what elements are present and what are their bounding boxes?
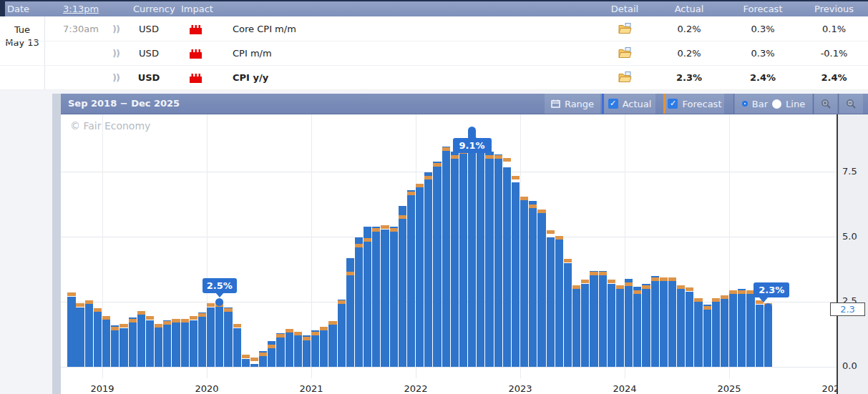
line-radio[interactable] [772, 99, 781, 109]
col-header-actual: Actual [664, 4, 714, 14]
event-title-link[interactable]: Core CPI m/m [233, 24, 296, 34]
actual-value: 0.2% [664, 24, 714, 34]
actual-checkbox[interactable]: ✓ [608, 99, 618, 109]
bar-radio-label[interactable]: Bar [752, 99, 768, 109]
chart-plot-area[interactable] [61, 114, 837, 394]
speaker-icon[interactable]: )) [112, 48, 120, 59]
forex-calendar-page: Date 3:13pm Currency Impact Detail Actua… [0, 0, 868, 394]
actual-value: 2.3% [664, 72, 714, 83]
chart-left-gutter [52, 94, 61, 394]
forecast-value: 0.3% [738, 24, 788, 34]
high-impact-icon [183, 49, 208, 61]
speaker-icon[interactable]: )) [112, 72, 120, 83]
detail-folder-icon[interactable] [607, 47, 643, 61]
y-tick-label: 7.5 [842, 166, 865, 177]
forecast-checkbox[interactable]: ✓ [668, 99, 678, 109]
calendar-body: Tue May 13 7:30am )) USD Core CPI m/m 0.… [0, 16, 868, 90]
current-value-label: 2.3 [840, 304, 855, 315]
divider [813, 94, 814, 114]
range-button[interactable]: Range [545, 94, 600, 114]
speaker-icon[interactable]: )) [112, 24, 120, 34]
zoom-in-icon [821, 99, 832, 109]
divider [733, 94, 734, 114]
currency-label: USD [133, 72, 165, 83]
event-row-cpi-yy[interactable]: )) USD CPI y/y 2.3% 2.4% 2.4% [0, 66, 868, 90]
forecast-toggle[interactable]: ✓ Forecast [665, 94, 724, 114]
previous-value: 0.1% [807, 24, 861, 34]
zoom-out-icon [846, 99, 857, 109]
current-time-link[interactable]: 3:13pm [63, 4, 99, 14]
actual-toggle[interactable]: ✓ Actual [604, 94, 655, 114]
col-header-impact: Impact [181, 4, 210, 14]
col-header-previous: Previous [807, 4, 861, 14]
col-header-currency: Currency [133, 4, 165, 14]
watermark: © Fair Economy [70, 120, 150, 132]
forecast-value: 2.4% [738, 72, 788, 83]
bar-radio[interactable] [742, 101, 748, 107]
window-edge [0, 0, 5, 18]
y-tick-label: 5.0 [842, 231, 865, 242]
detail-folder-icon[interactable] [607, 72, 643, 85]
range-label: Range [565, 99, 594, 109]
y-axis-margin [837, 114, 868, 394]
event-title-link[interactable]: CPI y/y [233, 72, 268, 83]
col-header-detail: Detail [607, 4, 643, 14]
y-axis-line [837, 114, 838, 394]
forecast-toggle-label: Forecast [682, 99, 721, 109]
currency-label: USD [133, 24, 165, 34]
col-header-date: Date [7, 4, 29, 14]
actual-toggle-label: Actual [623, 99, 652, 109]
high-impact-icon [183, 74, 208, 85]
divider [838, 94, 839, 114]
previous-value: -0.1% [807, 48, 861, 59]
high-impact-icon [183, 25, 208, 36]
detail-folder-icon[interactable] [607, 23, 643, 36]
current-value-chip: 2.3 [830, 302, 865, 316]
chart-toolbar: Sep 2018 − Dec 2025 Range ✓ Actual ✓ For… [61, 94, 868, 114]
event-title-link[interactable]: CPI m/m [233, 48, 272, 59]
zoom-out-button[interactable] [839, 94, 863, 114]
chart-type-toggle: Bar Line [735, 94, 812, 114]
line-radio-label[interactable]: Line [786, 99, 805, 109]
calendar-header-row: Date 3:13pm Currency Impact Detail Actua… [0, 0, 868, 16]
event-row-cpi-mm[interactable]: )) USD CPI m/m 0.2% 0.3% -0.1% [0, 41, 868, 66]
event-time: 7:30am [63, 24, 99, 34]
actual-value: 0.2% [664, 48, 714, 59]
calendar-icon [551, 99, 560, 108]
event-row-core-cpi[interactable]: 7:30am )) USD Core CPI m/m 0.2% 0.3% 0.1… [0, 17, 868, 41]
zoom-in-button[interactable] [814, 94, 837, 114]
forecast-value: 0.3% [738, 48, 788, 59]
y-tick-label: 0.0 [842, 360, 865, 371]
chart-date-range-title: Sep 2018 − Dec 2025 [68, 98, 180, 109]
col-header-forecast: Forecast [738, 4, 788, 14]
previous-value: 2.4% [807, 72, 861, 83]
currency-label: USD [133, 48, 165, 59]
